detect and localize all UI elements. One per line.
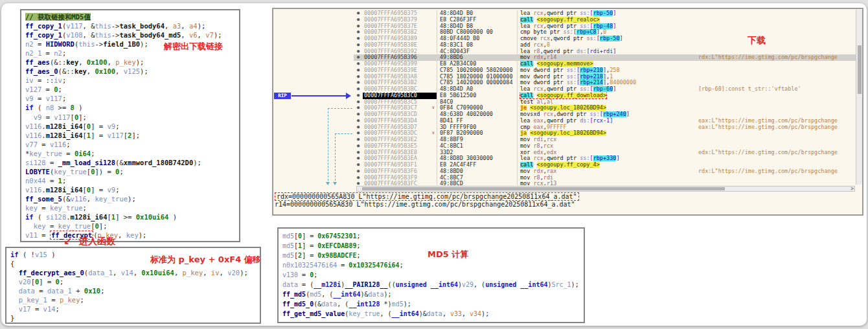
code-line[interactable]: LOBYTE(key_true[0]) = 0; — [25, 167, 235, 176]
breakpoint-dot[interactable]: ● — [354, 118, 363, 124]
code-line[interactable]: v130 = 0; — [282, 270, 581, 280]
code-line[interactable]: key = key_true[0]; — [25, 221, 235, 231]
code-line[interactable]: v17 = v14; — [10, 304, 256, 313]
breakpoint-dot[interactable]: ● — [354, 17, 363, 23]
breakpoint-dot[interactable]: ● — [354, 29, 363, 36]
disasm-row[interactable]: ●00007FFFA695B3EA48:8D8D 30030000lea rcx… — [273, 155, 862, 162]
code-line[interactable]: n0x10325476i64 = 0x10325476i64; — [282, 260, 581, 270]
code-line[interactable]: ff_copy_1(v117, &this->task_body64, a3, … — [25, 21, 235, 30]
scrollbar-thumb[interactable] — [362, 187, 725, 190]
breakpoint-dot[interactable]: ● — [354, 168, 363, 175]
instruction-text[interactable]: cmove rcx,qword ptr ss:[rbp-50] — [517, 36, 698, 42]
disasm-row[interactable]: ●00007FFFA695B37548:8D4D B0lea rcx,qword… — [273, 10, 862, 17]
code-line[interactable]: ff_copy_1(v108, &this->task_body64_md5, … — [25, 30, 235, 40]
breakpoint-dot[interactable]: ● — [354, 74, 363, 80]
disasm-row[interactable]: ●00007FFFA695B3E833D2xor edx,edxedx:L"ht… — [273, 150, 862, 156]
breakpoint-dot[interactable]: ● — [354, 93, 363, 99]
disasm-row[interactable]: ●00007FFFA695B39EC785 10020000 58020000m… — [273, 67, 862, 74]
instruction-text[interactable]: xor edx,edx — [517, 150, 698, 156]
disasm-row[interactable]: ●00007FFFA695B3E54C:8BC1mov r8,rcx — [273, 143, 862, 150]
code-line[interactable]: iv = ::iv; — [25, 76, 235, 85]
breakpoint-dot[interactable]: ● — [354, 155, 363, 162]
breakpoint-dot[interactable]: ● — [354, 49, 363, 55]
disasm-row[interactable]: ●00007FFFA695B3D48D41 FFlea eax,qword pt… — [273, 118, 862, 124]
breakpoint-dot[interactable]: ● — [354, 23, 363, 30]
disasm-row[interactable]: ●00007FFFA695B39649:8BD6mov rdx,r14rdx:L… — [273, 54, 862, 61]
instruction-text[interactable]: je <sogoupy.loc_18026BD94> — [517, 105, 698, 111]
disasm-row[interactable]: ●00007FFFA695B3F648:8BD0mov rdx,raxrdx:L… — [273, 168, 862, 175]
disasm-row[interactable]: ●00007FFFA695B3924C:8D043Flea r8,qword p… — [273, 49, 862, 55]
code-line[interactable]: *key_true = 0i64; — [25, 149, 235, 158]
disasm-row[interactable]: ●00007FFFA695B3BC48:8D4D A0lea rcx,qword… — [273, 86, 862, 93]
instruction-text[interactable]: mov rdx,r14 — [517, 54, 698, 61]
code-line[interactable]: ff_get_md5_value(key_true, (__int64)&dat… — [282, 309, 581, 319]
disasm-row[interactable]: ●00007FFFA695B38E48:83C1 08add rcx,8 — [273, 42, 862, 49]
disasm-row[interactable]: ●00007FFFA695B3E248:8BF9mov rdi,rcx — [273, 137, 862, 143]
code-line[interactable]: v77 = v116; — [25, 140, 235, 149]
disasm-row[interactable]: ●00007FFFA695B37E48:8D4D B8lea rcx,qword… — [273, 23, 862, 30]
instruction-text[interactable]: mov dword ptr ss:[rbp+218],1 — [517, 74, 698, 80]
disasm-row[interactable]: ●00007FFFA695B379E8 C286F3FFcall <sogoup… — [273, 17, 862, 23]
breakpoint-dot[interactable]: ● — [354, 61, 363, 67]
instruction-text[interactable]: ja <sogoupy.loc_18026BD94> — [517, 130, 698, 137]
instruction-text[interactable]: lea r8,qword ptr ds:[rdi+rdi] — [517, 49, 698, 55]
code-line[interactable]: v9 = v117[0]; — [25, 113, 235, 122]
instruction-text[interactable]: lea eax,qword ptr ds:[rcx-1] — [517, 118, 698, 124]
instruction-text[interactable]: mov r8,rdi — [517, 175, 698, 181]
instruction-text[interactable]: mov rdx,rax — [517, 168, 698, 175]
disasm-row[interactable]: ●00007FFFA695B399E8 A2B34C00call <sogoup… — [273, 61, 862, 67]
breakpoint-dot[interactable]: ● — [354, 36, 363, 42]
code-line[interactable]: ff_aes(&::key, 0x100, p_key); — [25, 58, 235, 67]
instruction-text[interactable]: mov rcx,r13 — [517, 181, 698, 185]
code-line[interactable]: if ( si128.m128i_i64[1] >= 0x10ui64 ) — [25, 212, 235, 221]
breakpoint-dot[interactable]: ● — [354, 137, 363, 143]
horizontal-scrollbar[interactable]: > — [356, 186, 855, 192]
disassembly-view[interactable]: ●00007FFFA695B37548:8D4D B0lea rcx,qword… — [273, 10, 862, 185]
instruction-text[interactable]: mov dword ptr ss:[rbp+210],258 — [517, 67, 698, 74]
breakpoint-dot[interactable]: ● — [354, 181, 363, 185]
disasm-row[interactable]: ●00007FFFA695B3C584C0test al,al — [273, 99, 862, 106]
instruction-text[interactable]: lea rcx,qword ptr ss:[rbp-60] — [517, 86, 698, 93]
code-line[interactable]: si128 = _mm_load_si128(&xmmword_180B742D… — [25, 158, 235, 167]
code-line[interactable]: key = key_true; — [25, 203, 235, 212]
disasm-row[interactable]: ●00007FFFA695B3CD48:638D 40020000movsxd … — [273, 111, 862, 118]
breakpoint-dot[interactable]: ● — [354, 105, 363, 111]
scroll-right-arrow-icon[interactable]: > — [851, 186, 854, 192]
code-line[interactable]: md5[0] = 0x67452301; — [282, 231, 581, 241]
breakpoint-dot[interactable]: ● — [354, 42, 363, 49]
breakpoint-dot[interactable]: ● — [354, 80, 363, 86]
code-line[interactable]: data = data_1 + 0x10; — [10, 286, 256, 295]
disasm-row[interactable]: ●00007FFFA695B3D73D FFFF9F00cmp eax,9FFF… — [273, 124, 862, 131]
instruction-text[interactable]: movsxd rcx,dword ptr ss:[rbp+240] — [517, 111, 698, 118]
pseudocode-panel-md5[interactable]: md5[0] = 0x67452301;md5[1] = 0xEFCDAB89;… — [277, 227, 585, 323]
disasm-row[interactable]: ●00007FFFA695B38948:0F444D B0cmove rcx,q… — [273, 36, 862, 42]
code-line[interactable]: ff_some_5(&v116, key_true); — [25, 194, 235, 203]
instruction-text[interactable]: test al,al — [517, 99, 698, 106]
breakpoint-dot[interactable]: ● — [354, 143, 363, 150]
breakpoint-dot[interactable]: ● — [354, 162, 363, 168]
instruction-text[interactable]: add rcx,8 — [517, 42, 698, 49]
disasm-row[interactable]: ●00007FFFA695B3F94C:8BC7mov r8,rdi — [273, 175, 862, 181]
instruction-text[interactable]: call <sogoupy.ff_copy_4> — [517, 162, 698, 168]
breakpoint-dot[interactable]: ● — [354, 111, 363, 118]
vertical-scrollbar[interactable] — [856, 10, 862, 185]
instruction-text[interactable]: mov rdi,rcx — [517, 137, 698, 143]
code-line[interactable]: ff_aes_0(&::key, 0x100, v125); — [25, 67, 235, 76]
breakpoint-dot[interactable]: ● — [354, 67, 363, 74]
instruction-text[interactable]: lea rcx,qword ptr ss:[rbp-50] — [517, 10, 698, 17]
instruction-text[interactable]: cmp eax,9FFFFF — [517, 124, 698, 131]
disasm-row[interactable]: ●00007FFFA695B3B2C785 14020000 00000084m… — [273, 80, 862, 86]
code-line[interactable]: v9 = v117; — [25, 94, 235, 103]
code-line[interactable]: if ( n8 >= 8 ) — [25, 103, 235, 112]
code-line[interactable]: v116.m128i_i64[0] = v9; — [25, 122, 235, 131]
scrollbar-thumb[interactable] — [858, 45, 862, 94]
disasm-row[interactable]: ●00007FFFA695B3FC49:8BCDmov rcx,r13 — [273, 181, 862, 185]
breakpoint-dot[interactable]: ● — [354, 86, 363, 93]
disasm-row[interactable]: ●00007FFFA695B3C7∨0F84 C7090000je <sogou… — [273, 105, 862, 111]
disasm-row[interactable]: ●00007FFFA695B3DC∨0F87 B2090000ja <sogou… — [273, 130, 862, 137]
code-line[interactable]: // 获取链接和MD5值 — [25, 12, 235, 21]
breakpoint-dot[interactable]: ● — [354, 124, 363, 131]
instruction-text[interactable]: mov dword ptr ss:[rbp+214],84000000 — [517, 80, 698, 86]
disasm-row[interactable]: ●00007FFFA695B3C0E8 5B612500call <sogoup… — [273, 93, 862, 99]
breakpoint-dot[interactable]: ● — [354, 130, 363, 137]
